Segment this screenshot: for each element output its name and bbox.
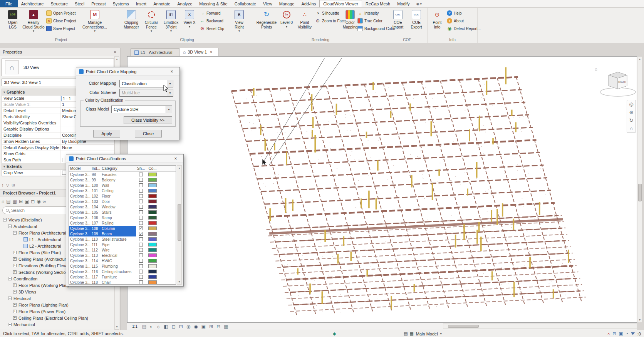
- color-swatch[interactable]: [148, 216, 157, 220]
- tree-item-mechanical[interactable]: −Mechanical: [1, 321, 114, 328]
- menu-item-precast[interactable]: Precast: [88, 0, 109, 7]
- limitbox-3point-button[interactable]: ◧ LimitBox 3Point ▾: [162, 9, 180, 37]
- design-options-icon[interactable]: ▦: [409, 331, 413, 336]
- show-analytical-model-icon[interactable]: ⊞: [209, 324, 213, 329]
- table-scrollbar[interactable]: ▴ ▾: [177, 165, 182, 285]
- help-button[interactable]: ?Help: [447, 10, 477, 16]
- color-mapping-select[interactable]: Classification ▾: [119, 80, 173, 87]
- visibility-checkbox[interactable]: [139, 200, 143, 203]
- menu-item-view[interactable]: View: [260, 0, 276, 7]
- home-icon[interactable]: ⌂: [2, 199, 4, 204]
- canvas-vertical-scrollbar[interactable]: ▴ ▾: [637, 56, 642, 323]
- classification-row-102[interactable]: Cyclone 3...102Floor: [69, 193, 176, 199]
- view-scale-button[interactable]: 1:1: [131, 324, 139, 329]
- visibility-checkbox[interactable]: [139, 216, 143, 220]
- legends-icon[interactable]: ▦: [13, 199, 17, 204]
- close-project-button[interactable]: ×Close Project: [46, 18, 79, 24]
- background-processes-icon[interactable]: ◔: [626, 331, 628, 336]
- classification-row-106[interactable]: Cyclone 3...106Ramp: [69, 215, 176, 220]
- silhouette-button[interactable]: ◑Silhouette: [315, 10, 340, 16]
- viewcube-home-icon[interactable]: ⌂: [595, 67, 597, 71]
- clipping-manager-button[interactable]: Clipping Manager: [122, 9, 141, 37]
- worksharing-display-icon[interactable]: ▦: [224, 324, 228, 329]
- tree-expander-icon[interactable]: −: [8, 225, 12, 228]
- visibility-checkbox[interactable]: [139, 189, 143, 193]
- defect-report-button[interactable]: ◉Defect Report...: [447, 25, 477, 32]
- close-button[interactable]: Close: [135, 130, 162, 137]
- about-button[interactable]: !About: [447, 18, 477, 24]
- view-right-button[interactable]: R View Right ▾: [230, 9, 248, 37]
- tree-item-floor-plans-power-plan[interactable]: +Floor Plans (Power Plan): [1, 308, 114, 315]
- column-header-co[interactable]: Co...: [146, 166, 159, 171]
- color-swatch[interactable]: [148, 259, 157, 263]
- menu-item-architecture[interactable]: Architecture: [18, 0, 47, 7]
- tree-expander-icon[interactable]: −: [3, 218, 7, 221]
- color-swatch[interactable]: [148, 264, 157, 268]
- visibility-checkbox[interactable]: [139, 205, 143, 209]
- tree-expander-icon[interactable]: −: [13, 231, 17, 235]
- dialog-titlebar[interactable]: Point Cloud Classifications ×: [66, 154, 183, 163]
- dialog-titlebar[interactable]: Point Cloud Color Mapping ×: [76, 67, 179, 76]
- color-mapping-button[interactable]: Color Mapping: [341, 9, 359, 37]
- detail-level-icon[interactable]: ▤: [142, 324, 146, 329]
- color-swatch[interactable]: [148, 248, 157, 252]
- tab-l1-architectural[interactable]: L1 - Architectural: [131, 49, 179, 56]
- visibility-checkbox[interactable]: [139, 237, 143, 241]
- tab-3d-view-1[interactable]: ⌂ 3D View 1 ×: [179, 48, 218, 56]
- views-icon[interactable]: ▤: [6, 199, 10, 204]
- show-crop-region-icon[interactable]: ⊡: [179, 324, 183, 329]
- classification-row-103[interactable]: Cyclone 3...103Door: [69, 199, 176, 204]
- menu-item-cloudworx-viewer[interactable]: CloudWorx Viewer: [319, 0, 362, 7]
- sheets-icon[interactable]: ▣: [25, 199, 29, 204]
- expand-all-icon[interactable]: ⊞: [12, 183, 15, 188]
- visibility-checkbox[interactable]: ✓: [139, 232, 143, 236]
- classification-row-116[interactable]: Cyclone 3...116Ceiling structures: [69, 269, 176, 274]
- visibility-checkbox[interactable]: ✓: [139, 226, 143, 230]
- ribbon-display-options[interactable]: ◉ ▾: [413, 0, 425, 7]
- classification-row-115[interactable]: Cyclone 3...115Plumbing: [69, 263, 176, 269]
- zoom-to-face-button[interactable]: ⊕Zoom to Face: [315, 18, 340, 24]
- tree-expander-icon[interactable]: −: [8, 277, 12, 280]
- class-model-select[interactable]: Cyclone 3DR ▾: [111, 106, 172, 113]
- classification-row-110[interactable]: Cyclone 3...110Steel structure: [69, 236, 176, 242]
- color-swatch[interactable]: [148, 232, 157, 236]
- column-header-ind[interactable]: Ind...: [91, 166, 101, 171]
- menu-item-collaborate[interactable]: Collaborate: [231, 0, 260, 7]
- tree-expander-icon[interactable]: +: [13, 303, 17, 307]
- tree-expander-icon[interactable]: +: [13, 316, 17, 320]
- tree-expander-icon[interactable]: +: [13, 257, 17, 261]
- display-constraints-icon[interactable]: ▣: [619, 331, 623, 336]
- color-swatch[interactable]: [148, 221, 157, 225]
- visibility-checkbox[interactable]: [139, 194, 143, 198]
- close-icon[interactable]: ×: [167, 69, 177, 74]
- visibility-checkbox[interactable]: [139, 183, 143, 187]
- point-visibility-button[interactable]: ∴ Point Visibility: [296, 9, 314, 37]
- color-swatch[interactable]: [148, 178, 157, 182]
- visibility-checkbox[interactable]: [139, 259, 143, 263]
- tree-expander-icon[interactable]: +: [13, 270, 17, 274]
- coe-export-button[interactable]: COE COE Export: [408, 9, 425, 37]
- classification-row-98[interactable]: Cyclone 3...98Facades: [69, 172, 176, 177]
- reveal-constraints-icon[interactable]: ⊟: [216, 324, 220, 329]
- menu-item-manage[interactable]: Manage: [276, 0, 298, 7]
- tree-item-ceiling-plans-electrical-ceiling-plan[interactable]: +Ceiling Plans (Electrical Ceiling Plan): [1, 315, 114, 321]
- main-model-select[interactable]: Main Model: [416, 332, 438, 336]
- column-header-category[interactable]: Category: [101, 166, 136, 171]
- color-swatch[interactable]: [148, 275, 157, 279]
- color-swatch[interactable]: [148, 243, 157, 246]
- view-x-button[interactable]: X View X ▾: [182, 9, 197, 37]
- temporary-hide-isolate-icon[interactable]: ◎: [186, 324, 190, 329]
- reset-clip-button[interactable]: ⊗Reset Clip: [200, 25, 228, 32]
- color-swatch[interactable]: [148, 200, 157, 203]
- menu-item-steel[interactable]: Steel: [71, 0, 88, 7]
- classification-row-111[interactable]: Cyclone 3...111Pipe: [69, 242, 176, 247]
- menu-item-massing-site[interactable]: Massing & Site: [196, 0, 231, 7]
- menu-item-add-ins[interactable]: Add-Ins: [298, 0, 319, 7]
- apply-button[interactable]: Apply: [93, 130, 120, 137]
- orbit-icon[interactable]: ↻: [629, 117, 634, 123]
- tree-item-floor-plans-lighting-plan[interactable]: +Floor Plans (Lighting Plan): [1, 302, 114, 308]
- background-color-button[interactable]: Background Color: [357, 25, 387, 32]
- reveal-hidden-elements-icon[interactable]: ◉: [194, 324, 198, 329]
- circular-fence-button[interactable]: Circular Fence ▾: [143, 9, 160, 37]
- property-value[interactable]: None: [60, 145, 114, 151]
